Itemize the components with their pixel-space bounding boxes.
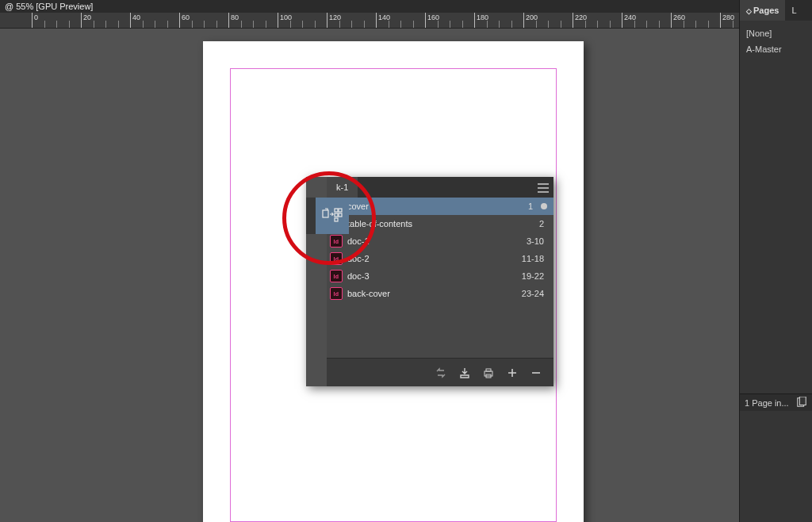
book-document-row[interactable]: Iddoc-13-10: [327, 232, 553, 250]
ruler-tick: 200: [523, 13, 524, 28]
pages-count-label: 1 Page in...: [745, 398, 789, 408]
book-panel-header: k-1: [327, 177, 553, 198]
ruler-tick: 80: [228, 13, 229, 28]
book-document-name: back-cover: [347, 289, 504, 298]
add-document-icon[interactable]: [506, 367, 519, 379]
book-document-row[interactable]: Idtable-of-contents2: [327, 215, 553, 232]
ruler-tick: 100: [278, 13, 278, 28]
book-document-page-range: 11-18: [504, 254, 544, 263]
ruler-tick: 160: [425, 13, 426, 28]
ruler-tick: 120: [327, 13, 327, 28]
tab-pages[interactable]: Pages: [740, 0, 785, 21]
indesign-file-icon: Id: [330, 235, 343, 248]
svg-rect-6: [335, 209, 338, 212]
ruler-tick-label: 0: [34, 13, 38, 21]
ruler-tick: 240: [622, 13, 622, 28]
book-document-row[interactable]: Iddoc-211-18: [327, 250, 553, 267]
book-document-name: table-of-contents: [347, 219, 504, 228]
book-document-row[interactable]: Idback-cover23-24: [327, 285, 553, 302]
ruler-horizontal: 020406080100120140160180200220240260280: [0, 13, 739, 29]
pages-panel-footer: 1 Page in...: [740, 393, 812, 411]
master-a[interactable]: A-Master: [746, 41, 806, 57]
pages-panel: Pages L [None] A-Master 1 Page in...: [739, 0, 812, 522]
book-document-name: doc-2: [347, 254, 504, 263]
tab-layers-truncated[interactable]: L: [785, 0, 802, 21]
svg-rect-10: [335, 218, 338, 221]
new-page-icon[interactable]: [796, 397, 807, 409]
book-document-page-range: 2: [504, 219, 544, 228]
panel-tab-strip: Pages L: [740, 0, 812, 21]
book-document-list: Idcover1Idtable-of-contents2Iddoc-13-10I…: [327, 198, 553, 358]
book-panel-footer: [327, 358, 553, 386]
ruler-tick: 220: [573, 13, 573, 28]
ruler-tick: 40: [130, 13, 131, 28]
ruler-tick: 0: [32, 13, 33, 28]
book-panel-expand-button[interactable]: [316, 198, 349, 234]
document-tab-label[interactable]: @ 55% [GPU Preview]: [5, 2, 93, 11]
ruler-tick-label: 40: [132, 13, 140, 21]
svg-rect-8: [335, 213, 338, 217]
ruler-tick: 20: [81, 13, 82, 28]
document-tab-bar: @ 55% [GPU Preview]: [0, 0, 812, 13]
ruler-tick-label: 80: [231, 13, 239, 21]
book-document-page-range: 1: [493, 202, 533, 211]
sync-icon[interactable]: [435, 367, 447, 379]
master-pages-list: [None] A-Master: [740, 21, 812, 62]
indesign-file-icon: Id: [330, 287, 343, 300]
ruler-tick: 60: [179, 13, 180, 28]
svg-rect-9: [339, 213, 342, 217]
svg-rect-1: [799, 397, 806, 405]
ruler-tick: 260: [671, 13, 672, 28]
panel-menu-icon[interactable]: [538, 182, 549, 196]
book-document-page-range: 3-10: [504, 236, 544, 246]
ruler-tick: 280: [720, 13, 721, 28]
book-document-page-range: 19-22: [504, 271, 544, 281]
book-document-name: cover: [347, 202, 493, 211]
print-book-icon[interactable]: [482, 367, 495, 379]
master-none[interactable]: [None]: [746, 25, 806, 41]
book-tab[interactable]: k-1: [327, 177, 358, 198]
book-document-name: doc-3: [347, 271, 504, 281]
indesign-file-icon: Id: [330, 270, 343, 282]
ruler-tick-label: 20: [83, 13, 91, 21]
ruler-tick: 140: [376, 13, 377, 28]
book-document-row[interactable]: Idcover1: [327, 198, 553, 215]
svg-rect-5: [323, 210, 328, 217]
book-document-name: doc-1: [347, 236, 504, 246]
collapsed-panel-strip[interactable]: [306, 198, 316, 234]
book-document-page-range: 23-24: [504, 289, 544, 298]
indesign-file-icon: Id: [330, 252, 343, 265]
remove-document-icon[interactable]: [530, 367, 542, 379]
save-book-icon[interactable]: [458, 367, 471, 379]
ruler-tick-label: 60: [182, 13, 190, 21]
book-document-row[interactable]: Iddoc-319-22: [327, 267, 553, 285]
ruler-tick: 180: [474, 13, 475, 28]
svg-rect-7: [339, 209, 342, 212]
svg-rect-3: [486, 369, 491, 371]
style-source-indicator-icon: [541, 203, 547, 209]
